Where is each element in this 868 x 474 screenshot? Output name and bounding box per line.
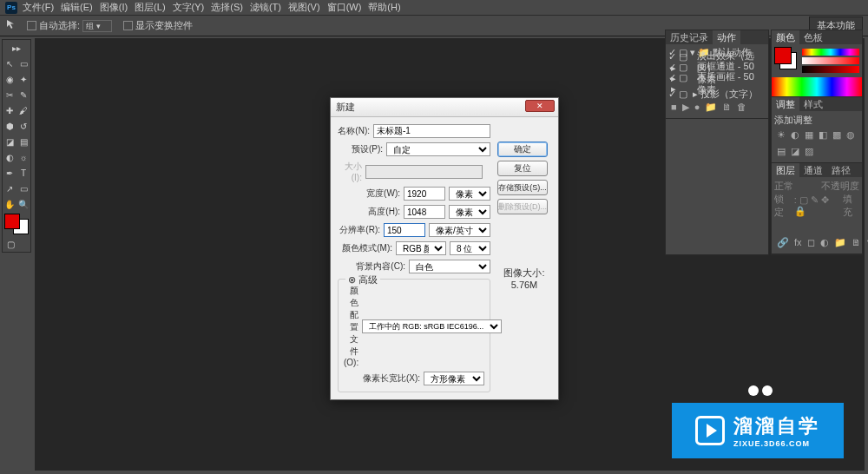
dodge-tool[interactable]: ☼ [17, 150, 30, 164]
watermark-en: ZIXUE.3D66.COM [733, 439, 820, 448]
mask-icon[interactable]: ◻ [807, 237, 815, 248]
gradient-tool[interactable]: ▤ [17, 135, 30, 148]
tab-styles[interactable]: 样式 [799, 97, 827, 111]
right-panels: 历史记录 动作 ✓ ▢ ▾ 📁 默认动作 ✓ ▢ ▸ 淡出效果（选区） ✓ ▢ … [665, 30, 866, 255]
tab-paths[interactable]: 路径 [827, 163, 855, 177]
res-input[interactable] [384, 223, 425, 237]
lasso-tool[interactable]: ◉ [3, 72, 16, 86]
link-icon[interactable]: 🔗 [777, 237, 789, 248]
eyedropper-tool[interactable]: ✎ [17, 88, 30, 102]
hand-tool[interactable]: ✋ [3, 197, 16, 211]
bg-select[interactable]: 白色 [409, 260, 490, 273]
eraser-tool[interactable]: ◪ [3, 135, 16, 148]
aspect-select[interactable]: 方形像素 [424, 372, 484, 385]
width-input[interactable] [404, 187, 445, 201]
menu-edit[interactable]: 编辑(E) [61, 1, 93, 14]
play-icon[interactable]: ▶ [682, 102, 689, 113]
profile-select[interactable]: 工作中的 RGB: sRGB IEC6196... [362, 319, 502, 333]
height-unit[interactable]: 像素 [449, 205, 490, 219]
adjust-icon[interactable]: ◍ [846, 129, 855, 141]
auto-select-dropdown[interactable]: 组 ▾ [82, 20, 112, 32]
history-brush-tool[interactable]: ↺ [17, 119, 30, 133]
menu-select[interactable]: 选择(S) [211, 1, 243, 14]
shape-tool[interactable]: ▭ [17, 181, 30, 195]
adjust-icon[interactable]: ▤ [777, 146, 786, 157]
dialog-title: 新建 [336, 101, 355, 114]
menu-image[interactable]: 图像(I) [100, 1, 128, 14]
preset-select[interactable]: 自定 [386, 142, 490, 156]
menu-help[interactable]: 帮助(H) [368, 1, 400, 14]
quickmask-tool[interactable]: ▢ [3, 237, 17, 251]
tab-swatches[interactable]: 色板 [799, 30, 827, 44]
pen-tool[interactable]: ✒ [3, 166, 16, 180]
preset-label: 预设(P): [338, 143, 383, 155]
fx-icon[interactable]: fx [794, 237, 802, 248]
advanced-toggle[interactable]: ⊗ [348, 274, 358, 285]
width-unit[interactable]: 像素 [449, 187, 490, 201]
heal-tool[interactable]: ✚ [3, 103, 16, 117]
crop-tool[interactable]: ✂ [3, 88, 16, 102]
adjust-icon[interactable]: ◪ [791, 146, 799, 157]
tab-color[interactable]: 颜色 [772, 30, 799, 44]
res-unit[interactable]: 像素/英寸 [429, 223, 490, 237]
adjust-icon[interactable]: ◧ [819, 129, 827, 141]
group-icon[interactable]: 📁 [834, 237, 846, 248]
color-swatch[interactable] [4, 214, 29, 234]
tab-adjust[interactable]: 调整 [772, 97, 799, 111]
bg-label: 背景内容(C): [338, 260, 405, 273]
image-size-value: 5.76M [497, 280, 551, 290]
dialog-titlebar[interactable]: 新建 ✕ [331, 98, 558, 117]
colormode-select[interactable]: RGB 颜色 [396, 241, 446, 255]
show-controls-checkbox[interactable] [123, 21, 133, 30]
ok-button[interactable]: 确定 [497, 142, 548, 157]
newlayer-icon[interactable]: 🗎 [852, 237, 861, 248]
type-tool[interactable]: T [17, 166, 30, 180]
close-icon[interactable]: ✕ [525, 100, 555, 112]
fg-color-icon[interactable] [4, 214, 20, 229]
blur-tool[interactable]: ◐ [3, 150, 16, 164]
menu-file[interactable]: 文件(F) [23, 1, 54, 14]
play-logo-icon [695, 416, 725, 445]
menu-view[interactable]: 视图(V) [288, 1, 320, 14]
move-tool[interactable]: ↖ [3, 56, 16, 70]
sat-slider[interactable] [802, 57, 859, 64]
cancel-button[interactable]: 复位 [497, 161, 548, 176]
wand-tool[interactable]: ✦ [17, 72, 30, 86]
bri-slider[interactable] [802, 66, 859, 73]
folder-icon[interactable]: 📁 [705, 102, 717, 113]
menu-window[interactable]: 窗口(W) [327, 1, 362, 14]
name-input[interactable] [373, 124, 490, 138]
menu-type[interactable]: 文字(Y) [173, 1, 205, 14]
menu-filter[interactable]: 滤镜(T) [250, 1, 281, 14]
brush-tool[interactable]: 🖌 [17, 103, 30, 117]
toolbox-tab-icon[interactable]: ▸▸ [3, 41, 30, 55]
path-tool[interactable]: ↗ [3, 181, 16, 195]
spectrum-bar[interactable] [772, 77, 862, 96]
tab-channels[interactable]: 通道 [799, 163, 827, 177]
stamp-tool[interactable]: ⬢ [3, 119, 16, 133]
save-preset-button[interactable]: 存储预设(S)... [497, 180, 548, 195]
stop-icon[interactable]: ■ [671, 102, 677, 113]
height-input[interactable] [404, 205, 445, 219]
adjust-icon[interactable]: ▨ [805, 146, 813, 157]
trash-icon[interactable]: 🗑 [737, 102, 746, 113]
zoom-tool[interactable]: 🔍 [17, 197, 30, 211]
auto-select-checkbox[interactable] [27, 21, 36, 30]
record-icon[interactable]: ● [694, 102, 700, 113]
adjust-icon[interactable]: ▦ [805, 129, 813, 141]
tab-actions[interactable]: 动作 [713, 30, 740, 44]
adj-icon[interactable]: ◐ [820, 237, 829, 248]
fg-color-panel-icon[interactable] [774, 47, 792, 64]
blendmode-select[interactable]: 正常 [774, 180, 793, 193]
menu-layer[interactable]: 图层(L) [135, 1, 165, 14]
tab-history[interactable]: 历史记录 [666, 30, 713, 44]
adjust-icon[interactable]: ☀ [777, 129, 786, 141]
adjust-icon[interactable]: ▩ [832, 129, 841, 141]
bitdepth-select[interactable]: 8 位 [450, 241, 490, 255]
marquee-tool[interactable]: ▭ [17, 56, 30, 70]
action-item-4[interactable]: ✓ ▢ ▸ 投影（文字） [668, 89, 766, 99]
new-icon[interactable]: 🗎 [722, 102, 732, 113]
hue-slider[interactable] [802, 49, 859, 56]
adjust-icon[interactable]: ◐ [791, 129, 799, 141]
tab-layers[interactable]: 图层 [772, 163, 799, 177]
